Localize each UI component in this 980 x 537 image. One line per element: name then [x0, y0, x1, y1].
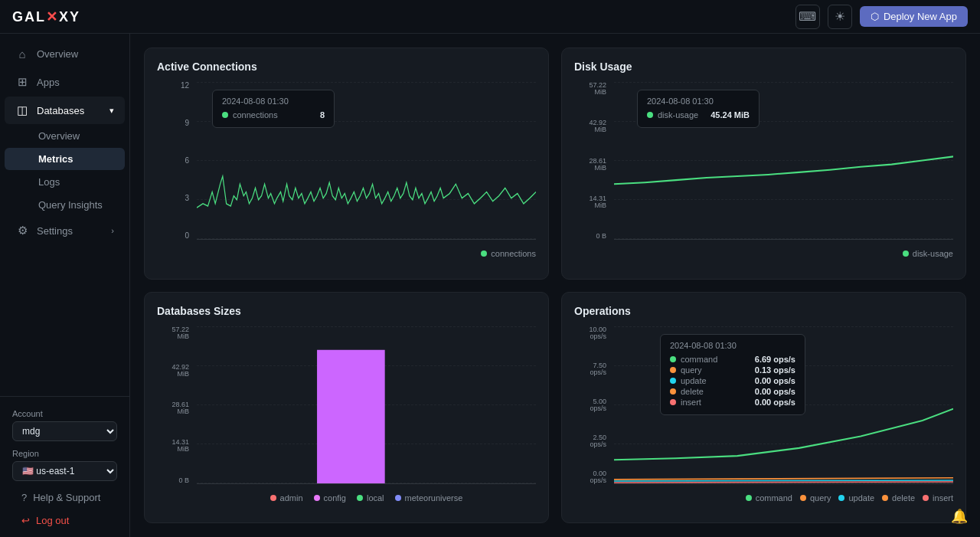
- theme-toggle-button[interactable]: ☀: [828, 5, 852, 29]
- query-dot: [670, 367, 676, 373]
- query-label: query: [681, 365, 750, 375]
- connections-dot: [222, 112, 228, 118]
- tooltip-metric: connections: [233, 110, 315, 120]
- db-sizes-card: Databases Sizes 57.22MiB 42.92MiB 28.61M…: [144, 292, 549, 524]
- region-select[interactable]: 🇺🇸 us-east-1: [12, 461, 117, 481]
- sidebar-bottom: Account mdg Region 🇺🇸 us-east-1 ? Help &…: [0, 396, 129, 537]
- connections-legend-label: connections: [491, 249, 536, 258]
- apps-icon: ⊞: [15, 75, 29, 89]
- logout-label: Log out: [36, 515, 69, 526]
- help-support-link[interactable]: ? Help & Support: [11, 486, 119, 509]
- update-label: update: [681, 376, 750, 385]
- disk-usage-card: Disk Usage 57.22MiB 42.92MiB 28.61MiB 14…: [561, 47, 966, 280]
- settings-icon: ⚙: [15, 224, 29, 237]
- ops-command-row: command 6.69 ops/s: [670, 355, 795, 364]
- admin-dot: [270, 495, 276, 501]
- db-sizes-y-axis: 57.22MiB 42.92MiB 28.61MiB 14.31MiB 0 B: [157, 326, 194, 484]
- insert-legend: insert: [923, 493, 953, 503]
- ins-leg-dot: [923, 495, 929, 501]
- db-sizes-svg: [197, 326, 536, 483]
- delete-value: 0.00 ops/s: [755, 387, 795, 396]
- sidebar-item-metrics[interactable]: Metrics: [5, 148, 125, 170]
- operations-title: Operations: [574, 305, 953, 317]
- update-value: 0.00 ops/s: [755, 376, 795, 385]
- del-leg-label: delete: [892, 493, 915, 503]
- query-insights-label: Query Insights: [38, 199, 103, 211]
- operations-tooltip: 2024-08-08 01:30 command 6.69 ops/s quer…: [660, 334, 805, 415]
- sidebar-item-databases[interactable]: ◫ Databases ▾: [5, 97, 125, 124]
- metrics-label: Metrics: [38, 153, 74, 165]
- databases-submenu: Overview Metrics Logs Query Insights: [0, 125, 129, 216]
- disk-usage-y-axis: 57.22MiB 42.92MiB 28.61MiB 14.31MiB 0 B: [574, 82, 611, 240]
- config-label: config: [324, 493, 346, 503]
- sidebar-item-settings[interactable]: ⚙ Settings ›: [5, 217, 125, 244]
- deploy-new-app-button[interactable]: ⬡ Deploy New App: [860, 6, 968, 27]
- logout-icon: ↩: [21, 515, 30, 526]
- sidebar-apps-label: Apps: [37, 77, 60, 88]
- meteoruniverse-legend: meteoruniverse: [395, 493, 463, 503]
- home-icon: ⌂: [15, 47, 29, 61]
- meteoruniverse-dot: [395, 495, 401, 501]
- qry-leg-label: query: [810, 493, 831, 503]
- delete-legend: delete: [882, 493, 915, 503]
- operations-chart-area: 10.00ops/s 7.50ops/s 5.00ops/s 2.50ops/s…: [574, 326, 953, 503]
- sidebar-item-db-overview[interactable]: Overview: [5, 125, 125, 147]
- query-legend: query: [800, 493, 831, 503]
- sidebar-item-logs[interactable]: Logs: [5, 171, 125, 193]
- operations-plot: 2024-08-08 01:30 command 6.69 ops/s quer…: [614, 326, 953, 484]
- meteoruniverse-label: meteoruniverse: [405, 493, 463, 503]
- account-select[interactable]: mdg: [12, 421, 117, 441]
- disk-legend-label: disk-usage: [913, 249, 953, 258]
- tooltip-date: 2024-08-08 01:30: [222, 97, 325, 106]
- update-dot: [670, 378, 676, 384]
- db-overview-label: Overview: [38, 130, 80, 142]
- active-connections-chart-area: 12 9 6 3 0: [157, 82, 536, 258]
- disk-usage-chart-area: 57.22MiB 42.92MiB 28.61MiB 14.31MiB 0 B: [574, 82, 953, 258]
- disk-dot: [647, 112, 653, 118]
- keyboard-icon-button[interactable]: ⌨: [795, 5, 820, 29]
- insert-label: insert: [681, 398, 750, 407]
- sidebar-item-overview[interactable]: ⌂ Overview: [5, 41, 125, 67]
- local-label: local: [367, 493, 384, 503]
- header: GAL✕XY ⌨ ☀ ⬡ Deploy New App: [0, 0, 980, 34]
- tooltip-metric: disk-usage: [658, 110, 706, 120]
- admin-legend: admin: [270, 493, 303, 503]
- logout-link[interactable]: ↩ Log out: [11, 509, 119, 532]
- command-label: command: [681, 355, 750, 364]
- disk-usage-title: Disk Usage: [574, 61, 953, 73]
- sidebar-overview-label: Overview: [37, 48, 78, 60]
- disk-legend-item: disk-usage: [903, 249, 953, 258]
- notification-bell[interactable]: 🔔: [951, 508, 968, 525]
- sidebar-item-apps[interactable]: ⊞ Apps: [5, 68, 125, 96]
- ops-insert-row: insert 0.00 ops/s: [670, 398, 795, 407]
- sidebar-item-query-insights[interactable]: Query Insights: [5, 194, 125, 216]
- tooltip-row: disk-usage 45.24 MiB: [647, 110, 750, 120]
- tooltip-value: 45.24 MiB: [710, 110, 750, 120]
- sidebar-nav: ⌂ Overview ⊞ Apps ◫ Databases ▾ Overview…: [0, 40, 129, 396]
- ops-update-row: update 0.00 ops/s: [670, 376, 795, 385]
- settings-chevron-icon: ›: [111, 226, 114, 235]
- db-sizes-title: Databases Sizes: [157, 305, 536, 317]
- disk-legend-dot: [903, 250, 909, 257]
- query-value: 0.13 ops/s: [755, 365, 795, 375]
- databases-icon: ◫: [15, 103, 29, 117]
- delete-dot: [670, 388, 676, 395]
- update-legend: update: [838, 493, 874, 503]
- account-section: Account mdg: [6, 404, 123, 444]
- admin-label: admin: [280, 493, 303, 503]
- disk-usage-tooltip: 2024-08-08 01:30 disk-usage 45.24 MiB: [637, 90, 760, 128]
- sidebar-databases-label: Databases: [37, 105, 84, 116]
- connections-legend: connections: [197, 249, 536, 258]
- header-actions: ⌨ ☀ ⬡ Deploy New App: [795, 5, 968, 29]
- qry-leg-dot: [800, 495, 806, 501]
- cmd-leg-label: command: [756, 493, 792, 503]
- deploy-icon: ⬡: [871, 11, 879, 22]
- db-sizes-chart-area: 57.22MiB 42.92MiB 28.61MiB 14.31MiB 0 B: [157, 326, 536, 503]
- active-connections-title: Active Connections: [157, 61, 536, 73]
- connections-legend-item: connections: [481, 249, 536, 258]
- active-connections-card: Active Connections 12 9 6 3 0: [144, 47, 549, 280]
- region-label: Region: [6, 444, 123, 458]
- svg-rect-0: [317, 349, 385, 483]
- ins-leg-label: insert: [933, 493, 953, 503]
- disk-usage-plot: 2024-08-08 01:30 disk-usage 45.24 MiB: [614, 82, 953, 240]
